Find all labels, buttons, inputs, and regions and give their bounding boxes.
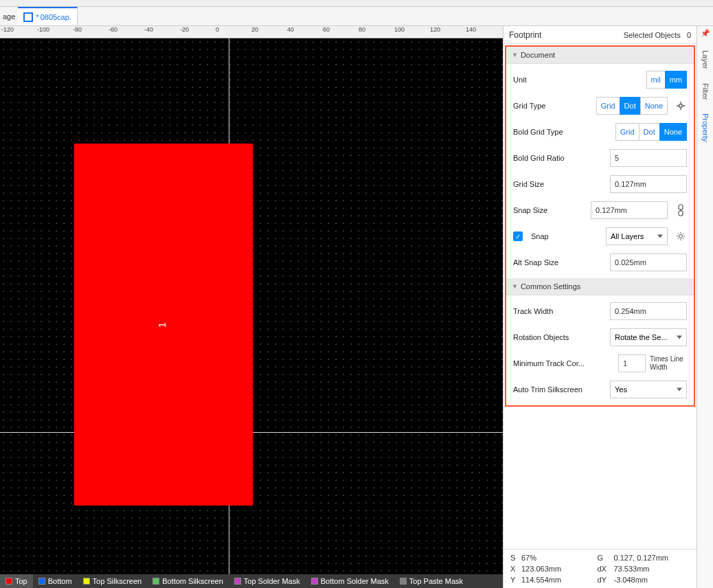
ruler-tick: 80 <box>357 26 365 38</box>
ruler-tick: 40 <box>286 26 294 38</box>
none-button[interactable]: None <box>640 97 668 115</box>
swatch-icon <box>311 578 318 585</box>
mincorner-input[interactable] <box>618 354 646 372</box>
altsnap-input[interactable] <box>610 253 687 271</box>
status-x-label: X <box>510 565 521 573</box>
layer-label: Top Silkscreen <box>93 577 142 585</box>
layer-item[interactable]: Bottom Silkscreen <box>147 574 229 588</box>
ruler-tick: 0 <box>214 26 219 38</box>
svg-rect-2 <box>679 211 683 216</box>
link-icon[interactable] <box>675 204 687 216</box>
layer-bar: TopBottomTop SilkscreenBottom Silkscreen… <box>0 574 503 588</box>
tab-0805cap[interactable]: * 0805cap. <box>18 7 78 25</box>
status-s-label: S <box>510 554 521 562</box>
bold-dot-button[interactable]: Dot <box>639 123 660 141</box>
boldgridtype-label: Bold Grid Type <box>513 128 611 136</box>
origin-target-icon[interactable] <box>675 100 687 112</box>
layer-item[interactable]: Top Solder Mask <box>229 574 306 588</box>
status-x-value: 123.063mm <box>521 565 598 573</box>
snap-label: Snap <box>531 232 549 240</box>
canvas[interactable]: 1 <box>0 38 503 574</box>
pad-1[interactable]: 1 <box>74 144 253 506</box>
selected-count: 0 <box>687 31 691 39</box>
snap-scope-select[interactable]: All Layers <box>606 227 668 245</box>
ruler-tick: 140 <box>464 26 476 38</box>
status-g-value: 0.127, 0.127mm <box>614 554 690 562</box>
grid-button[interactable]: Grid <box>596 97 620 115</box>
properties-panel: Footprint Selected Objects 0 ▼ Document … <box>503 26 697 588</box>
boldgridratio-input[interactable] <box>610 149 687 167</box>
snapsize-label: Snap Size <box>513 206 587 214</box>
layer-item[interactable]: Top Silkscreen <box>78 574 148 588</box>
mincorner-label: Minimum Track Cor... <box>513 359 614 368</box>
autotrim-select[interactable]: Yes <box>610 381 687 398</box>
ruler-tick: -60 <box>107 26 117 38</box>
swatch-icon <box>400 578 407 585</box>
pin-icon[interactable]: 📌 <box>701 29 710 38</box>
layer-item[interactable]: Top <box>0 574 33 588</box>
altsnap-label: Alt Snap Size <box>513 258 606 267</box>
panel-header: Footprint Selected Objects 0 <box>503 26 697 44</box>
swatch-icon <box>38 578 45 585</box>
trackwidth-label: Track Width <box>513 307 606 315</box>
page-label: age <box>0 12 18 21</box>
ruler-tick: -100 <box>36 26 49 38</box>
sidetab-layer[interactable]: Layer <box>701 43 710 76</box>
section-common[interactable]: ▼ Common Settings <box>506 278 694 295</box>
ruler-tick: -40 <box>143 26 153 38</box>
rotation-select[interactable]: Rotate the Se... <box>610 328 687 346</box>
layer-item[interactable]: Bottom <box>33 574 78 588</box>
snapsize-input[interactable] <box>591 201 668 219</box>
mincorner-unit: Times Line Width <box>650 355 687 372</box>
section-document[interactable]: ▼ Document <box>506 47 694 64</box>
status-y-label: Y <box>510 576 521 584</box>
ruler-tick: 20 <box>250 26 258 38</box>
chevron-down-icon: ▼ <box>512 283 518 290</box>
svg-rect-0 <box>679 104 682 107</box>
gear-icon[interactable] <box>675 230 687 242</box>
layer-label: Top Solder Mask <box>244 577 300 585</box>
layer-label: Bottom Silkscreen <box>162 577 223 585</box>
bold-grid-button[interactable]: Grid <box>615 123 640 141</box>
status-dy-label: dY <box>598 576 614 584</box>
status-s-value: 67% <box>521 554 598 562</box>
swatch-icon <box>5 578 12 585</box>
bold-none-button[interactable]: None <box>659 123 687 141</box>
unit-label: Unit <box>513 76 642 84</box>
status-g-label: G <box>598 554 614 562</box>
selected-label: Selected Objects <box>624 31 681 39</box>
svg-point-4 <box>679 235 683 238</box>
snap-checkbox[interactable]: ✓ <box>513 231 523 241</box>
status-dx-value: 73.533mm <box>614 565 690 573</box>
pad-label: 1 <box>157 322 168 328</box>
boldgridratio-label: Bold Grid Ratio <box>513 154 606 162</box>
layer-label: Bottom <box>48 577 72 585</box>
gridsize-input[interactable] <box>610 175 687 193</box>
dot-button[interactable]: Dot <box>620 97 641 115</box>
footprint-icon <box>23 12 33 22</box>
sidetab-property[interactable]: Property <box>701 106 710 149</box>
swatch-icon <box>234 578 241 585</box>
layer-item[interactable]: Bottom Solder Mask <box>306 574 394 588</box>
gridtype-group: Grid Dot None <box>596 97 668 115</box>
swatch-icon <box>83 578 90 585</box>
status-y-value: 114.554mm <box>521 576 598 584</box>
unit-mm-button[interactable]: mm <box>665 71 687 89</box>
sidetab-filter[interactable]: Filter <box>701 76 710 106</box>
layer-item[interactable]: Top Paste Mask <box>394 574 468 588</box>
ruler-horizontal: -120-100-80-60-40-20020406080100120140 <box>0 26 503 38</box>
chevron-down-icon: ▼ <box>512 52 518 58</box>
highlight-box: ▼ Document Unit mil mm Grid Type Grid Do… <box>505 45 695 407</box>
status-bar: S 67% G 0.127, 0.127mm X 123.063mm dX 73… <box>503 549 697 588</box>
swatch-icon <box>152 578 159 585</box>
canvas-wrap: -120-100-80-60-40-20020406080100120140 1… <box>0 26 503 588</box>
unit-mil-button[interactable]: mil <box>646 71 666 89</box>
ruler-tick: 60 <box>321 26 330 38</box>
layer-label: Bottom Solder Mask <box>321 577 389 585</box>
ruler-tick: 120 <box>429 26 440 38</box>
trackwidth-input[interactable] <box>610 302 687 320</box>
status-dx-label: dX <box>598 565 614 573</box>
side-tabs: 📌 Layer Filter Property <box>697 26 713 588</box>
ruler-tick: -20 <box>179 26 189 38</box>
tab-dirty-mark: * <box>36 13 38 21</box>
